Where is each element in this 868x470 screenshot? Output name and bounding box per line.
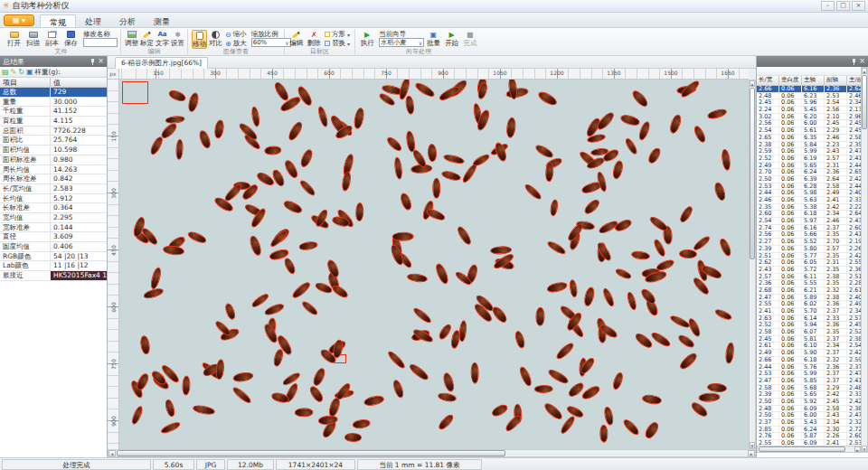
grain-row[interactable]: 2.560.065.662.352.41 <box>757 231 862 239</box>
grain[interactable] <box>569 278 579 297</box>
grain[interactable] <box>542 400 564 421</box>
grain[interactable] <box>187 91 201 113</box>
stat-row[interactable]: 圆度均值0.406 <box>0 242 107 252</box>
grain[interactable] <box>547 368 571 387</box>
grain[interactable] <box>363 393 385 407</box>
grain[interactable] <box>231 385 252 405</box>
text-button[interactable]: Aa文字 <box>156 30 169 47</box>
grain[interactable] <box>583 198 602 217</box>
grain[interactable] <box>165 114 185 124</box>
grain[interactable] <box>443 154 466 166</box>
grain[interactable] <box>536 89 559 107</box>
grain[interactable] <box>286 119 305 142</box>
grain-row[interactable]: 2.540.065.612.292.45 <box>757 127 862 135</box>
grain[interactable] <box>386 349 407 370</box>
grain[interactable] <box>625 291 637 312</box>
grain[interactable] <box>713 181 728 202</box>
grain-row[interactable]: 2.500.065.922.452.42 <box>757 399 862 406</box>
grain[interactable] <box>427 144 437 162</box>
grain[interactable] <box>250 106 261 127</box>
grain[interactable] <box>678 352 699 372</box>
grain[interactable] <box>182 376 191 396</box>
delete-target-button[interactable]: ✗删除 <box>306 30 321 47</box>
selection-rectangle[interactable] <box>122 81 148 104</box>
edit-icon[interactable]: ✎ <box>11 68 17 77</box>
image-canvas[interactable] <box>119 80 749 449</box>
grain[interactable] <box>505 117 516 137</box>
grain[interactable] <box>432 177 440 198</box>
report-icon[interactable]: ▣ <box>26 68 33 77</box>
h-scroll-thumb[interactable] <box>117 450 505 456</box>
grain-row[interactable]: 2.520.066.192.572.41 <box>757 155 862 163</box>
grain[interactable] <box>690 400 710 419</box>
grain[interactable] <box>344 433 363 442</box>
grain-row[interactable]: 2.520.065.942.362.45 <box>757 322 862 329</box>
grain[interactable] <box>582 286 596 306</box>
execute-button[interactable]: ▶执行 <box>359 30 375 47</box>
grain[interactable] <box>193 404 216 416</box>
grain[interactable] <box>676 334 695 351</box>
stat-row[interactable]: 周长标准差0.842 <box>0 174 107 184</box>
grain[interactable] <box>352 418 371 429</box>
stat-row[interactable]: 长标准差0.364 <box>0 203 107 213</box>
grain-row[interactable]: 2.380.065.842.232.35 <box>757 142 862 149</box>
grain[interactable] <box>455 224 473 246</box>
grain[interactable] <box>248 234 263 257</box>
grain-row[interactable]: 2.430.065.722.352.36 <box>757 267 862 274</box>
stat-row[interactable]: 面积均值10.598 <box>0 146 107 155</box>
grain-row[interactable]: 2.680.066.212.322.61 <box>757 287 862 295</box>
grain[interactable] <box>691 234 711 252</box>
grain[interactable] <box>549 199 559 217</box>
grain-row[interactable]: 2.700.066.242.362.65 <box>757 169 862 176</box>
scan-button[interactable]: 扫描 <box>24 30 42 47</box>
grain[interactable] <box>231 371 254 384</box>
grain[interactable] <box>518 365 533 388</box>
grain[interactable] <box>405 95 415 115</box>
stat-row[interactable]: 长/宽均值2.583 <box>0 184 107 194</box>
grain-row[interactable]: 2.500.066.002.432.47 <box>757 412 862 419</box>
grain[interactable] <box>679 80 701 99</box>
grain-row[interactable]: 2.410.065.702.372.34 <box>757 308 862 315</box>
grain[interactable] <box>197 128 212 149</box>
grain[interactable] <box>167 88 187 103</box>
grain[interactable] <box>262 323 280 345</box>
stat-row[interactable]: 最接近HK52015Fax4 187... <box>0 271 107 281</box>
grain[interactable] <box>264 302 287 317</box>
stat-row[interactable]: 直径3.609 <box>0 232 107 242</box>
export-icon[interactable]: ▤ <box>2 68 9 77</box>
rect-shape-button[interactable]: 方形▾ <box>325 30 350 39</box>
v-scroll-thumb[interactable] <box>750 88 755 259</box>
grain[interactable] <box>175 138 184 159</box>
grain[interactable] <box>300 300 320 318</box>
image-document-tab[interactable]: 6-稻谷示例图片.jpg[66%] <box>115 57 208 69</box>
grain[interactable] <box>392 231 414 240</box>
grain[interactable] <box>330 283 350 300</box>
tab-fenxi[interactable]: 分析 <box>110 14 145 27</box>
grain-row[interactable]: 2.390.065.802.572.26 <box>757 246 862 253</box>
grain[interactable] <box>215 359 225 380</box>
grain[interactable] <box>393 156 403 180</box>
grain[interactable] <box>534 384 553 392</box>
grain[interactable] <box>724 342 735 364</box>
grain[interactable] <box>134 371 150 391</box>
grain[interactable] <box>718 237 732 257</box>
grain[interactable] <box>411 306 433 325</box>
grain-row[interactable]: 2.370.065.432.342.32 <box>757 419 862 427</box>
minimize-button[interactable]: – <box>821 1 835 11</box>
grain[interactable] <box>272 80 290 101</box>
grain[interactable] <box>385 135 404 154</box>
save-button[interactable]: 保存 <box>62 30 80 47</box>
grain[interactable] <box>534 143 556 160</box>
grain-row[interactable]: 2.470.065.892.382.40 <box>757 295 862 302</box>
grain[interactable] <box>490 402 510 418</box>
grain[interactable] <box>295 408 314 418</box>
grain[interactable] <box>130 405 145 426</box>
grain-row[interactable]: 2.490.065.902.372.42 <box>757 350 862 357</box>
batch-button[interactable]: ▣批量 <box>425 30 441 47</box>
grain[interactable] <box>668 113 684 135</box>
grain[interactable] <box>619 113 641 127</box>
grain[interactable] <box>326 396 342 418</box>
grain[interactable] <box>707 382 728 393</box>
grain[interactable] <box>714 307 734 322</box>
settings-button[interactable]: ✱设置 <box>171 30 184 47</box>
